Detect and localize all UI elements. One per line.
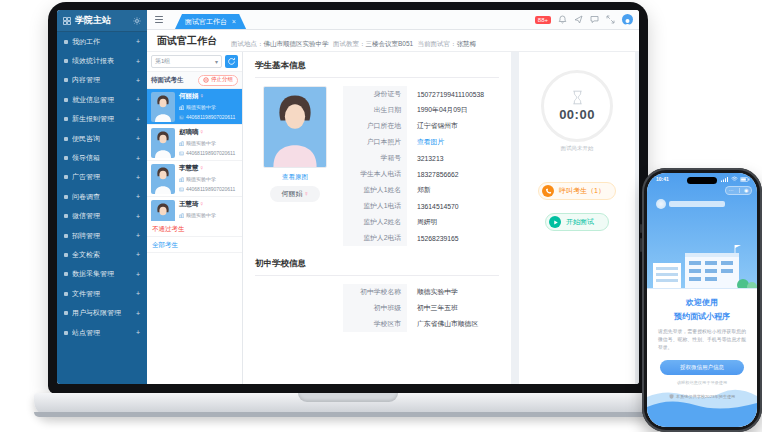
expand-plus-icon[interactable]: + (136, 310, 140, 317)
sidebar-item[interactable]: 领导信箱 + (57, 148, 147, 167)
female-icon: ♀ (200, 200, 205, 207)
more-icon[interactable]: ⋯ (729, 188, 734, 193)
student-school: 顺德实验中学 (179, 213, 238, 218)
field-label: 监护人1姓名 (343, 182, 407, 198)
tab-close-icon[interactable]: × (232, 18, 236, 25)
expand-plus-icon[interactable]: + (136, 38, 140, 45)
call-candidate-button[interactable]: 呼叫考生（1） (538, 182, 616, 200)
sidebar-item[interactable]: 便民咨询 + (57, 129, 147, 148)
sidebar-item[interactable]: 内容管理 + (57, 71, 147, 90)
student-list-item[interactable]: 何丽娟♀ 顺德实验中学 440681198907020611 (147, 89, 242, 125)
collapse-menu-icon[interactable] (155, 16, 163, 23)
sidebar-item[interactable]: 招聘管理 + (57, 226, 147, 245)
start-interview-button[interactable]: 开始面试 (545, 213, 609, 231)
menu-item-icon (64, 98, 68, 102)
expand-plus-icon[interactable]: + (136, 96, 140, 103)
failed-candidates-link[interactable]: 不通过考生 (147, 221, 242, 237)
sidebar-item[interactable]: 问卷调查 + (57, 187, 147, 206)
sidebar-item[interactable]: 文件管理 + (57, 284, 147, 303)
fullscreen-icon[interactable] (606, 15, 615, 24)
refresh-button[interactable] (225, 55, 238, 68)
sidebar-item[interactable]: 广告管理 + (57, 168, 147, 187)
sidebar-item-label: 新生报到管理 (72, 114, 132, 124)
send-icon[interactable] (574, 15, 583, 24)
timer-circle: 00:00 (541, 70, 613, 142)
sidebar-item[interactable]: 我的工作 + (57, 32, 147, 51)
id-card-icon (179, 187, 184, 192)
school-logo (656, 199, 666, 209)
group-select[interactable]: 第1组 ▾ (151, 55, 222, 68)
student-list-item[interactable]: 李慧慧♀ 顺德实验中学 440681198907020611 (147, 161, 242, 197)
field-value[interactable]: 查看图片 (417, 137, 444, 147)
expand-plus-icon[interactable]: + (136, 329, 140, 336)
exit-icon[interactable]: ◉ (744, 188, 748, 193)
sidebar-item-label: 微信管理 (72, 211, 132, 221)
expand-plus-icon[interactable]: + (136, 290, 140, 297)
sidebar-item[interactable]: 数据采集管理 + (57, 265, 147, 284)
tab-strip: 面试官工作台 × 88+ (147, 10, 639, 30)
menu-item-icon (64, 59, 68, 63)
miniprogram-screen: 10:41 ⋯ ◉ (647, 173, 757, 427)
student-school: 顺德实验中学 (179, 177, 238, 182)
school-info-title: 初中学校信息 (255, 258, 499, 276)
expand-plus-icon[interactable]: + (136, 58, 140, 65)
sidebar-item-label: 数据采集管理 (72, 269, 132, 279)
field-row: 监护人1姓名 郑新 (343, 182, 484, 198)
expand-plus-icon[interactable]: + (136, 271, 140, 278)
student-name-pill: 何丽娟♀ (270, 186, 319, 202)
sidebar-title: 学院主站 (75, 14, 129, 27)
expand-plus-icon[interactable]: + (136, 174, 140, 181)
sidebar-item[interactable]: 站点管理 + (57, 323, 147, 342)
student-id: 440681198907020611 (179, 115, 238, 120)
pending-label: 待面试考生 (151, 76, 184, 85)
pending-header: 待面试考生 停止分组 (147, 72, 242, 89)
field-value: 3213213 (417, 155, 443, 162)
student-name: 李慧慧♀ (179, 165, 238, 172)
laptop-mockup: 学院主站 我的工作 + (48, 2, 648, 394)
student-thumbnail (151, 128, 175, 158)
bell-icon[interactable] (558, 15, 567, 24)
expand-plus-icon[interactable]: + (136, 251, 140, 258)
user-avatar[interactable] (622, 14, 633, 25)
student-list-panel: 第1组 ▾ 待面试考生 停止分组 (147, 52, 243, 384)
sidebar-item[interactable]: 就业信息管理 + (57, 90, 147, 109)
student-list-item[interactable]: 王慧琦♀ 顺德实验中学 440681198907020611 (147, 197, 242, 221)
field-value: 1990年04月09日 (417, 105, 468, 115)
gear-icon[interactable] (133, 17, 141, 25)
sidebar-item-label: 招聘管理 (72, 231, 132, 241)
view-original-link[interactable]: 查看原图 (282, 173, 308, 182)
all-candidates-link[interactable]: 全部考生 (147, 237, 242, 253)
shield-icon (669, 394, 674, 399)
dynamic-island (687, 177, 717, 184)
expand-plus-icon[interactable]: + (136, 232, 140, 239)
sidebar-item[interactable]: 新生报到管理 + (57, 110, 147, 129)
field-row: 学生本人电话 18327856662 (343, 166, 484, 182)
sidebar-item[interactable]: 全文检索 + (57, 245, 147, 264)
expand-plus-icon[interactable]: + (136, 193, 140, 200)
menu-item-icon (64, 117, 68, 121)
field-label: 户口本照片 (343, 134, 407, 150)
field-label: 初中班级 (343, 300, 407, 316)
sidebar-item[interactable]: 绩效统计报表 + (57, 51, 147, 70)
miniprogram-body: 欢迎使用 预约面试小程序 请您先登录，需要授权给小程序获取您的微信号、昵称、性别… (647, 289, 757, 427)
expand-plus-icon[interactable]: + (136, 155, 140, 162)
notification-badge: 88+ (535, 16, 551, 24)
sidebar-header: 学院主站 (57, 10, 147, 32)
expand-plus-icon[interactable]: + (136, 135, 140, 142)
miniprogram-capsule[interactable]: ⋯ ◉ (725, 186, 752, 195)
tab-interviewer-workbench[interactable]: 面试官工作台 × (175, 14, 246, 29)
stop-group-button[interactable]: 停止分组 (198, 75, 238, 86)
student-list-item[interactable]: 赵嘀嘀♀ 顺德实验中学 440681198907020611 (147, 125, 242, 161)
expand-plus-icon[interactable]: + (136, 213, 140, 220)
expand-plus-icon[interactable]: + (136, 116, 140, 123)
wechat-auth-button[interactable]: 授权微信用户信息 (660, 360, 744, 375)
field-row: 监护人2电话 15268239165 (343, 230, 484, 246)
photo-column: 查看原图 何丽娟♀ (255, 86, 335, 246)
chevron-down-icon: ▾ (215, 58, 218, 65)
chat-icon[interactable] (590, 15, 599, 24)
sidebar-item[interactable]: 用户与权限管理 + (57, 303, 147, 322)
menu-item-icon (64, 234, 68, 238)
expand-plus-icon[interactable]: + (136, 77, 140, 84)
field-label: 户口所在地 (343, 118, 407, 134)
sidebar-item[interactable]: 微信管理 + (57, 207, 147, 226)
